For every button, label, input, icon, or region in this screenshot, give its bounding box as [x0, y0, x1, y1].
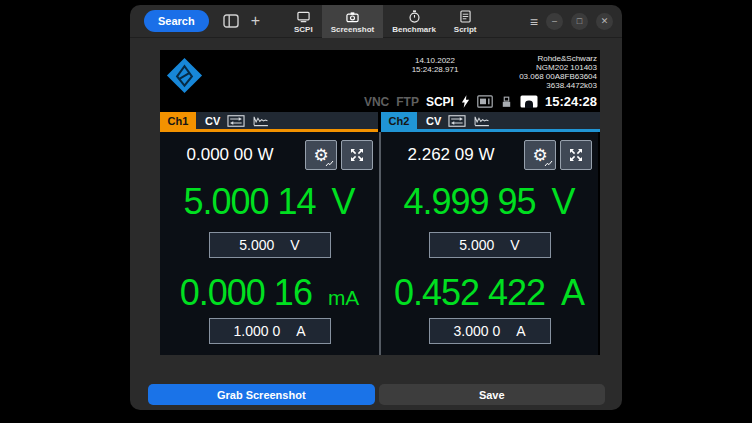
device-brand: Rohde&Schwarz	[519, 54, 597, 63]
plus-icon: +	[251, 12, 260, 29]
waveform-icon	[473, 115, 491, 127]
script-icon	[460, 10, 471, 23]
device-model: NGM202 101403	[519, 63, 597, 72]
sidebar-toggle-button[interactable]	[223, 14, 239, 28]
tab-benchmark[interactable]: Benchmark	[383, 5, 445, 38]
rohde-schwarz-logo-icon	[166, 57, 203, 94]
ch2-label: Ch2	[381, 112, 417, 129]
ch1-power-unit: W	[257, 145, 273, 164]
ch1-current-setpoint: 1.000 0 A	[209, 318, 331, 344]
sidebar-toggle-icon	[223, 14, 239, 28]
ch1-current-readout: 0.000 16 mA	[160, 273, 379, 318]
maximize-button[interactable]: □	[571, 13, 588, 30]
desktop-background: Search + SCPI	[0, 0, 752, 423]
waveform-icon	[252, 115, 270, 127]
save-button[interactable]: Save	[379, 384, 606, 405]
tab-scpi-label: SCPI	[294, 25, 313, 34]
ch1-label: Ch1	[160, 112, 196, 129]
ch2-tab: Ch2 CV	[381, 112, 600, 129]
app-window: Search + SCPI	[130, 5, 622, 410]
status-clock: 15:24:28	[545, 94, 597, 109]
grab-screenshot-button[interactable]: Grab Screenshot	[148, 384, 375, 405]
ftp-status: FTP	[396, 95, 419, 109]
chart-overlay-icon	[325, 160, 334, 167]
scpi-status: SCPI	[426, 95, 454, 109]
screen-date: 14.10.2022	[385, 56, 485, 65]
device-material-number: 3638.4472k03	[519, 81, 597, 90]
ch1-voltage-readout: 5.000 14 V	[160, 182, 379, 222]
ch1-voltage-setpoint: 5.000 V	[209, 232, 331, 258]
device-firmware: 03.068 00A8FB63604	[519, 72, 597, 81]
toolbar-tabs: SCPI Screenshot Benchm	[285, 5, 486, 38]
instrument-screen: 14.10.2022 15:24:28.971 Rohde&Schwarz NG…	[160, 50, 600, 355]
dio-icon	[477, 95, 493, 108]
hamburger-icon: ≡	[530, 14, 538, 30]
ch2-mode-badge: CV	[426, 115, 441, 127]
minimize-icon: –	[552, 17, 557, 26]
ch1-power-readout: 0.000 00 W	[160, 145, 300, 165]
screen-datetime: 14.10.2022 15:24:28.971	[385, 56, 485, 74]
window-controls: ≡ – □ ✕	[530, 5, 613, 38]
tab-script[interactable]: Script	[445, 5, 486, 38]
tab-screenshot-label: Screenshot	[331, 25, 375, 34]
menu-button[interactable]: ≡	[530, 14, 538, 30]
tab-scpi[interactable]: SCPI	[285, 5, 322, 38]
chart-overlay-icon	[544, 160, 553, 167]
levels-icon	[448, 115, 466, 127]
ch2-voltage-set-unit: V	[510, 237, 519, 253]
expand-icon	[349, 147, 365, 163]
ch2-settings-button: ⚙	[524, 140, 556, 170]
camera-icon	[346, 11, 359, 23]
minimize-button[interactable]: –	[546, 13, 563, 30]
footer-actions: Grab Screenshot Save	[148, 384, 605, 405]
search-button[interactable]: Search	[144, 10, 209, 32]
tab-script-label: Script	[454, 25, 477, 34]
new-tab-button[interactable]: +	[251, 13, 260, 29]
ch1-expand-button	[341, 140, 373, 170]
stopwatch-icon	[408, 10, 421, 23]
ch1-voltage-set-unit: V	[290, 237, 299, 253]
usb-icon	[500, 96, 513, 108]
ch2-panel: 2.262 09 W ⚙	[379, 132, 598, 355]
lightning-icon	[461, 95, 470, 108]
ch1-mode-badge: CV	[205, 115, 220, 127]
ch1-settings-button: ⚙	[305, 140, 337, 170]
lan-icon	[520, 95, 538, 108]
expand-icon	[568, 147, 584, 163]
ch2-current-readout: 0.452 422 A	[381, 273, 598, 313]
ch2-current-setpoint: 3.000 0 A	[429, 318, 551, 344]
channel-panels: 0.000 00 W ⚙	[160, 132, 600, 355]
close-button[interactable]: ✕	[596, 13, 613, 30]
ch2-current-set-unit: A	[516, 323, 525, 339]
ch1-panel: 0.000 00 W ⚙	[160, 132, 379, 355]
ch2-voltage-readout: 4.999 95 V	[381, 182, 598, 222]
ch1-voltage-unit: V	[332, 181, 356, 222]
device-info: Rohde&Schwarz NGM202 101403 03.068 00A8F…	[519, 54, 597, 90]
ch2-voltage-setpoint: 5.000 V	[429, 232, 551, 258]
screen-timestamp: 15:24:28.971	[385, 65, 485, 74]
maximize-icon: □	[577, 17, 582, 26]
ch1-current-set-unit: A	[296, 323, 305, 339]
tab-benchmark-label: Benchmark	[392, 25, 436, 34]
close-icon: ✕	[601, 17, 609, 26]
levels-icon	[227, 115, 245, 127]
ch2-current-unit: A	[561, 272, 585, 313]
ch1-tab: Ch1 CV	[160, 112, 378, 129]
vnc-status: VNC	[364, 95, 389, 109]
ch2-voltage-unit: V	[552, 181, 576, 222]
ch2-power-readout: 2.262 09 W	[381, 145, 521, 165]
status-bar: VNC FTP SCPI 15:	[364, 93, 597, 110]
scpi-icon	[297, 11, 310, 23]
ch2-expand-button	[560, 140, 592, 170]
ch1-current-unit: mA	[328, 286, 359, 309]
tab-screenshot[interactable]: Screenshot	[322, 5, 384, 38]
titlebar: Search + SCPI	[130, 5, 622, 38]
ch2-power-unit: W	[478, 145, 494, 164]
